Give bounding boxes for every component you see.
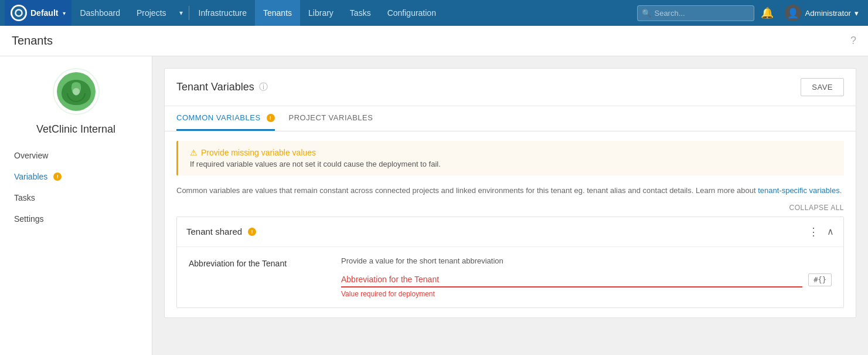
variables-warning-badge: ! [53,173,62,181]
brand-selector[interactable]: Default ▾ [5,0,72,26]
tenant-logo-image [56,71,97,112]
card-help-icon[interactable]: ⓘ [259,82,268,93]
sidebar-item-settings[interactable]: Settings [0,208,152,229]
section-header: Tenant shared ! ⋮ ∧ [177,217,843,246]
warning-banner: ⚠ Provide missing variable values If req… [176,141,844,175]
sidebar-item-variables[interactable]: Variables ! [0,166,152,187]
brand-chevron-icon: ▾ [63,10,66,16]
section-actions: ⋮ ∧ [805,224,834,239]
nav-library[interactable]: Library [300,0,342,26]
variable-error-text: Value required for deployment [341,290,832,298]
search-input[interactable] [637,5,754,21]
tab-project-variables[interactable]: PROJECT VARIABLES [289,106,373,131]
notifications-button[interactable]: 🔔 [757,0,778,26]
nav-tenants[interactable]: Tenants [255,0,300,26]
warning-title-text: Provide missing variable values [201,148,316,157]
collapse-all-row: COLLAPSE ALL [165,204,856,217]
sidebar: VetClinic Internal Overview Variables ! … [0,56,152,355]
variable-row: Abbreviation for the Tenant Provide a va… [177,246,843,307]
user-name: Administrator [805,9,851,18]
variable-label: Abbreviation for the Tenant [189,256,329,268]
save-button[interactable]: SAVE [801,78,844,96]
nav-items: Dashboard Projects ▾ Infrastructure Tena… [72,0,637,26]
nav-projects[interactable]: Projects [128,0,175,26]
sidebar-item-overview[interactable]: Overview [0,145,152,166]
description-text: Common variables are values that remain … [165,185,856,204]
brand-name: Default [30,8,58,18]
tabs-container: COMMON VARIABLES ! PROJECT VARIABLES [165,106,856,131]
brand-avatar [11,5,27,21]
tab-common-label: COMMON VARIABLES [176,113,261,122]
tab-common-variables[interactable]: COMMON VARIABLES ! [176,106,275,131]
octopus-logo [12,6,26,20]
collapse-all-button[interactable]: COLLAPSE ALL [789,204,844,212]
warning-title: ⚠ Provide missing variable values [190,148,832,157]
card-title-text: Tenant Variables [176,81,254,93]
nav-configuration[interactable]: Configuration [379,0,444,26]
description-link[interactable]: tenant-specific variables [758,186,839,195]
warning-icon: ⚠ [190,148,198,157]
main-layout: VetClinic Internal Overview Variables ! … [0,56,868,355]
svg-point-4 [73,88,80,95]
tab-project-label: PROJECT VARIABLES [289,113,373,122]
variable-input-row: #{} [341,272,832,288]
section-title: Tenant shared ! [186,226,256,236]
svg-point-2 [16,11,22,16]
content-area: Tenant Variables ⓘ SAVE COMMON VARIABLES… [152,56,868,355]
variable-content: Provide a value for the short tenant abb… [341,256,832,298]
section-collapse-button[interactable]: ∧ [827,226,834,237]
description-body: Common variables are values that remain … [176,186,756,195]
sidebar-item-tasks[interactable]: Tasks [0,187,152,208]
top-navigation: Default ▾ Dashboard Projects ▾ Infrastru… [0,0,868,26]
tab-common-warning: ! [267,114,275,122]
user-avatar: 👤 [785,5,801,21]
page-title: Tenants [12,34,53,48]
content-card: Tenant Variables ⓘ SAVE COMMON VARIABLES… [164,68,856,318]
nav-dashboard[interactable]: Dashboard [72,0,128,26]
tenant-shared-section: Tenant shared ! ⋮ ∧ Abbreviation for the… [176,217,844,308]
sidebar-item-variables-label: Variables [14,172,47,181]
variable-description: Provide a value for the short tenant abb… [341,256,832,265]
card-header: Tenant Variables ⓘ SAVE [165,69,856,106]
sidebar-nav: Overview Variables ! Tasks Settings [0,145,152,229]
sidebar-item-tasks-label: Tasks [14,193,35,202]
tenant-logo [53,68,100,115]
variable-template-button[interactable]: #{} [808,273,832,286]
warning-body-text: If required variable values are not set … [190,160,832,168]
section-warning-badge: ! [248,228,256,236]
sidebar-logo [0,68,152,115]
page-help-icon[interactable]: ? [850,35,856,47]
variable-input[interactable] [341,272,802,288]
page-header: Tenants ? [0,26,868,56]
nav-infrastructure[interactable]: Infrastructure [190,0,255,26]
card-title: Tenant Variables ⓘ [176,81,268,93]
section-menu-button[interactable]: ⋮ [805,224,822,239]
sidebar-item-settings-label: Settings [14,214,44,224]
nav-projects-dropdown[interactable]: ▾ [175,0,188,26]
section-title-text: Tenant shared [186,226,242,236]
user-chevron-icon: ▾ [855,9,859,18]
sidebar-item-overview-label: Overview [14,151,48,160]
nav-tasks[interactable]: Tasks [342,0,379,26]
tenant-name: VetClinic Internal [0,123,152,145]
nav-right: 🔍 🔔 👤 Administrator ▾ [637,0,863,26]
nav-divider [189,6,189,20]
search-wrapper: 🔍 [637,5,754,21]
user-menu-button[interactable]: 👤 Administrator ▾ [780,0,863,26]
